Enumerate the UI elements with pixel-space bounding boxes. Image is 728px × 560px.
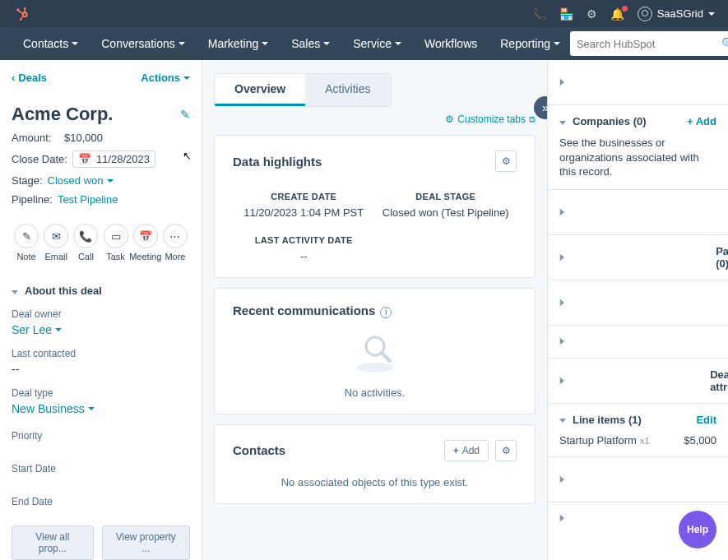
line-item-price: $5,000 [684,434,716,447]
chevron-down-icon [72,42,78,45]
recent-empty-text: No activities. [233,386,517,399]
search-input[interactable] [577,38,715,50]
task-icon: ▭ [111,230,121,243]
nav-workflows[interactable]: Workflows [415,27,487,60]
left-panel: ‹ Deals Actions ↖ Acme Corp. ✎ Amount: $… [0,60,202,560]
call-button[interactable]: 📞Call [71,224,100,261]
panel-attachments-toggle[interactable]: Attachments [559,336,728,348]
chevron-down-icon [179,42,185,45]
panel-companies-toggle[interactable]: Companies (0) [559,115,647,127]
panel-companies-body: See the businesses or organizations asso… [559,136,716,179]
task-button[interactable]: ▭Task [101,224,131,261]
info-icon[interactable]: i [380,307,392,318]
priority-label: Priority [12,430,190,442]
line-item-qty: x1 [640,436,650,446]
right-panel: Contacts (0) + Add Companies (0) + Add S… [547,60,728,560]
pipeline-link[interactable]: Test Pipeline [58,193,118,206]
panel-contacts-toggle[interactable]: Contacts (0) [559,70,728,95]
chevron-down-icon [395,42,401,45]
stage-select[interactable]: Closed won [48,174,114,187]
marketplace-icon[interactable]: 🏪 [559,7,573,21]
tab-activities[interactable]: Activities [305,74,390,106]
account-menu[interactable]: SaaSGrid [638,7,715,21]
svg-point-7 [20,18,22,21]
more-icon: ⋯ [169,230,180,243]
create-date-value: 11/20/2023 1:04 PM PST [243,206,364,219]
pipeline-label: Pipeline: [12,193,53,206]
nav-service[interactable]: Service [343,27,411,60]
about-deal-toggle[interactable]: About this deal [12,285,190,297]
help-button[interactable]: Help [679,511,716,548]
chevron-down-icon [554,42,560,45]
deal-stage-value: Closed won (Test Pipeline) [383,206,509,219]
contacts-settings-button[interactable]: ⚙ [495,440,517,461]
nav-marketing[interactable]: Marketing [198,27,278,60]
notifications-bell-icon[interactable]: 🔔 [610,7,624,21]
svg-rect-5 [18,10,24,14]
create-date-label: CREATE DATE [243,192,364,201]
customize-tabs-link[interactable]: ⚙Customize tabs ⧉ [445,113,536,125]
more-button[interactable]: ⋯More [160,224,190,261]
view-all-properties-button[interactable]: View all prop... [12,525,94,560]
chevron-right-icon [559,252,709,262]
chevron-double-right-icon: » [542,101,547,114]
data-highlights-card: Data highlights ⚙ CREATE DATE 11/20/2023… [214,135,536,278]
deal-type-select[interactable]: New Business [12,402,190,415]
nav-contacts[interactable]: Contacts [13,27,88,60]
svg-point-4 [24,7,26,10]
owner-label: Deal owner [12,308,190,320]
chevron-right-icon [559,376,703,386]
back-to-deals[interactable]: ‹ Deals [12,72,47,84]
meeting-button[interactable]: 📅Meeting [131,224,160,261]
email-button[interactable]: ✉Email [41,224,71,261]
panel-attribution-toggle[interactable]: Deal create attribution [559,368,728,393]
line-item-row[interactable]: Startup Platformx1 $5,000 [559,434,716,447]
nav-sales[interactable]: Sales [281,27,340,60]
topbar: 📞 🏪 ⚙ 🔔 SaaSGrid [0,0,728,27]
add-contact-button[interactable]: +Add [444,440,489,461]
chevron-down-icon [183,76,190,80]
close-date-input[interactable]: 📅 11/28/2023 [72,150,155,168]
line-item-name: Startup Platform [559,434,637,447]
record-actions-menu[interactable]: Actions [141,72,190,84]
chevron-down-icon [323,42,330,45]
deal-stage-label: DEAL STAGE [383,192,509,201]
chevron-down-icon [559,414,566,424]
last-contacted-value: -- [12,363,190,376]
chevron-right-icon [559,298,728,308]
last-activity-value: -- [255,250,353,262]
panel-quotes-toggle[interactable]: Quotes (1) [559,467,728,492]
last-activity-label: LAST ACTIVITY DATE [255,235,353,245]
panel-tickets-toggle[interactable]: Tickets (0) [559,200,728,224]
nav-reporting[interactable]: Reporting [490,27,570,60]
nav-conversations[interactable]: Conversations [91,27,195,60]
panel-lineitems-toggle[interactable]: Line items (1) [559,414,642,426]
highlights-settings-button[interactable]: ⚙ [495,150,517,172]
view-property-history-button[interactable]: View property ... [102,525,190,560]
tab-overview[interactable]: Overview [215,74,305,106]
chevron-down-icon [55,328,62,331]
email-icon: ✉ [52,230,61,243]
close-date-label: Close Date: [12,153,67,165]
settings-gear-icon[interactable]: ⚙ [587,7,597,21]
owner-select[interactable]: Ser Lee [12,323,190,336]
amount-value: $10,000 [64,132,103,144]
chevron-down-icon [88,407,95,410]
svg-point-8 [357,363,393,373]
hubspot-logo-icon[interactable] [13,6,30,22]
recent-comm-title: Recent communicationsi [233,303,392,318]
external-link-icon: ⧉ [529,114,536,125]
last-contacted-label: Last contacted [12,348,190,359]
panel-lineitems-edit[interactable]: Edit [696,414,716,426]
edit-name-button[interactable]: ✎ [180,108,190,121]
panel-paymentlinks-toggle[interactable]: Payment Links (0) [559,245,728,270]
search-icon[interactable]: 🔍 [721,37,728,50]
global-search[interactable]: 🔍 [570,31,728,56]
calendar-icon: 📅 [78,153,91,165]
panel-payments-toggle[interactable]: Payments (0) [559,290,728,315]
note-button[interactable]: ✎Note [12,224,41,261]
phone-icon[interactable]: 📞 [532,7,546,21]
panel-companies-add[interactable]: + Add [687,115,716,127]
expand-right-button[interactable]: » [534,96,547,119]
svg-point-2 [24,13,26,16]
